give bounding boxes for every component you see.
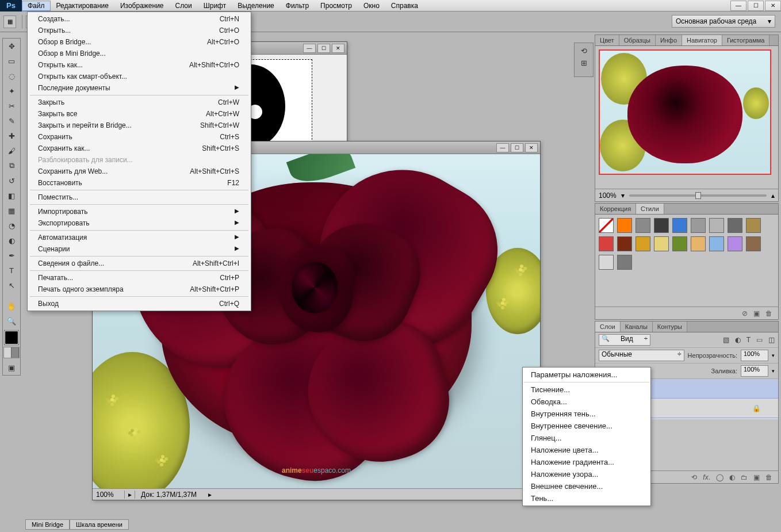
file-menu-item[interactable]: Открыть как...Alt+Shift+Ctrl+O [28,59,251,71]
adjustment-icon[interactable]: ◐ [729,473,735,481]
menu-файл[interactable]: Файл [22,1,51,11]
quickmask-toggle[interactable] [3,347,20,358]
file-menu-item[interactable]: Сохранить для Web...Alt+Shift+Ctrl+S [28,166,251,177]
layer-filter[interactable]: 🔍 Вид ÷ [599,334,650,346]
lasso-tool-icon[interactable]: ◌ [3,68,20,83]
eraser-tool-icon[interactable]: ◧ [3,188,20,203]
blend-mode-select[interactable]: Обычные÷ [599,350,684,361]
menu-окно[interactable]: Окно [358,1,385,11]
context-menu-item[interactable]: Внутреннее свечение... [523,420,650,432]
brush-tool-icon[interactable]: 🖌 [3,143,20,158]
wand-tool-icon[interactable]: ✦ [3,83,20,98]
style-swatch[interactable] [709,218,724,233]
minimize-icon[interactable]: — [496,143,509,152]
stamp-tool-icon[interactable]: ⧉ [3,158,20,173]
gradient-tool-icon[interactable]: ▦ [3,203,20,218]
panel-tab[interactable]: Цвет [595,35,619,45]
file-menu-item[interactable]: ЗакрытьCtrl+W [28,97,251,108]
style-swatch[interactable] [728,236,742,251]
zoom-in-icon[interactable]: ▴ [771,192,775,200]
menu-фильтр[interactable]: Фильтр [280,1,315,11]
collapsed-panel-strip[interactable]: ⟲ ⊞ [574,43,594,77]
file-menu-item[interactable]: Закрыть всеAlt+Ctrl+W [28,108,251,120]
filter-shape-icon[interactable]: ▭ [756,336,763,344]
style-swatch[interactable] [672,218,687,233]
path-tool-icon[interactable]: ↖ [3,278,20,293]
workspace-selector[interactable]: Основная рабочая среда▾ [672,15,775,28]
zoom-slider[interactable] [629,194,767,197]
file-menu-item[interactable]: Поместить... [28,192,251,203]
context-menu-item[interactable]: Тень... [523,492,650,504]
new-style-icon[interactable]: ▣ [753,309,760,317]
eyedropper-tool-icon[interactable]: ✎ [3,113,20,128]
file-menu-item[interactable]: Создать...Ctrl+N [28,13,251,25]
style-swatch[interactable] [654,236,669,251]
context-menu-item[interactable]: Внутренняя тень... [523,408,650,420]
file-menu-item[interactable]: Последние документы▶ [28,82,251,94]
style-swatch[interactable] [672,236,687,251]
file-menu-item[interactable]: ВыходCtrl+Q [28,298,251,309]
type-tool-icon[interactable]: T [3,263,20,278]
history-brush-tool-icon[interactable]: ↺ [3,173,20,188]
tool-preset-icon[interactable]: ▦ [3,16,16,28]
file-menu-item[interactable]: Автоматизация▶ [28,232,251,243]
file-menu-item[interactable]: ВосстановитьF12 [28,177,251,189]
filter-adjust-icon[interactable]: ◐ [735,336,741,344]
menu-изображение[interactable]: Изображение [114,1,170,11]
close-icon[interactable]: ✕ [332,44,344,53]
mask-icon[interactable]: ◯ [716,473,723,481]
no-style-icon[interactable]: ⊘ [742,309,748,317]
context-menu-item[interactable]: Тиснение... [523,384,650,396]
file-menu-item[interactable]: Открыть...Ctrl+O [28,25,251,36]
zoom-out-icon[interactable]: ▾ [621,192,625,200]
style-swatch[interactable] [728,218,742,233]
style-swatch[interactable] [746,236,761,251]
panel-tab[interactable]: Стили [636,204,664,214]
fill-field[interactable]: 100% [741,365,768,377]
style-swatch[interactable] [617,218,632,233]
crop-tool-icon[interactable]: ✂ [3,98,20,113]
file-menu-item[interactable]: Закрыть и перейти в Bridge...Shift+Ctrl+… [28,120,251,131]
properties-icon[interactable]: ⊞ [581,59,587,67]
file-menu-item[interactable]: Печать одного экземпляраAlt+Shift+Ctrl+P [28,284,251,295]
history-icon[interactable]: ⟲ [581,47,587,55]
opacity-field[interactable]: 100% [741,350,768,361]
file-menu-item[interactable]: СохранитьCtrl+S [28,131,251,143]
close-button[interactable]: ✕ [765,1,781,11]
maximize-icon[interactable]: ☐ [511,143,523,152]
zoom-field[interactable]: 100% [93,491,125,499]
file-menu-item[interactable]: Обзор в Mini Bridge... [28,48,251,59]
style-swatch[interactable] [599,218,614,233]
context-menu-item[interactable]: Наложение узора... [523,468,650,480]
context-menu-item[interactable]: Глянец... [523,432,650,444]
style-swatch[interactable] [599,236,614,251]
context-menu-item[interactable]: Наложение градиента... [523,456,650,468]
style-swatch[interactable] [746,218,761,233]
style-swatch[interactable] [635,236,650,251]
menu-слои[interactable]: Слои [170,1,198,11]
maximize-icon[interactable]: ☐ [317,44,330,53]
file-menu-item[interactable]: Обзор в Bridge...Alt+Ctrl+O [28,36,251,48]
filter-pixel-icon[interactable]: ▧ [723,336,729,344]
panel-tab[interactable]: Инфо [656,35,682,45]
panel-tab[interactable]: Образцы [619,35,656,45]
delete-style-icon[interactable]: 🗑 [765,309,772,317]
minimize-icon[interactable]: — [303,44,316,53]
fx-icon[interactable]: fx. [703,473,710,481]
context-menu-item[interactable]: Обводка... [523,396,650,408]
filter-smart-icon[interactable]: ◫ [768,336,775,344]
minimize-button[interactable]: — [730,1,746,11]
panel-tab[interactable]: Слои [595,322,621,332]
file-menu-item[interactable]: Сведения о файле...Alt+Shift+Ctrl+I [28,258,251,269]
menu-просмотр[interactable]: Просмотр [315,1,358,11]
filter-type-icon[interactable]: T [746,336,751,344]
heal-tool-icon[interactable]: ✚ [3,128,20,143]
dodge-tool-icon[interactable]: ◐ [3,233,20,248]
hand-tool-icon[interactable]: ✋ [3,298,20,313]
link-layers-icon[interactable]: ⟲ [691,473,697,481]
group-icon[interactable]: 🗀 [741,473,748,481]
panel-tab[interactable]: Навигатор [682,35,722,45]
context-menu-item[interactable]: Параметры наложения... [523,369,650,381]
style-swatch[interactable] [635,218,650,233]
style-swatch[interactable] [709,236,724,251]
